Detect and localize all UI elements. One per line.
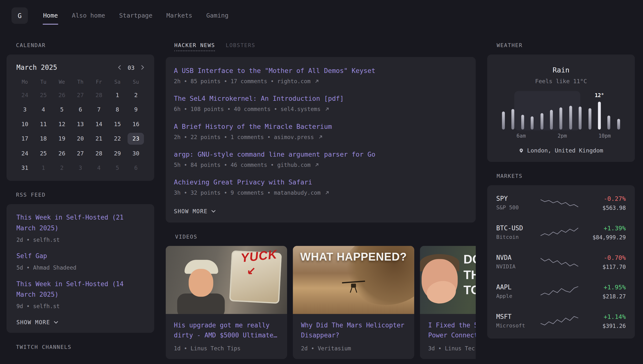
tab-hacker-news[interactable]: HACKER NEWS (174, 42, 215, 51)
weather-location: London, United Kingdom (496, 147, 626, 154)
weather-bar (588, 95, 591, 130)
market-price: $117.70 (583, 263, 626, 270)
rss-item-link[interactable]: Self Gap (16, 251, 144, 262)
calendar-day: 25 (34, 146, 53, 160)
market-change: +1.14% (583, 313, 626, 320)
calendar-day: 3 (16, 102, 34, 117)
nav-tab-also-home[interactable]: Also home (72, 10, 106, 21)
market-name: NVIDIA (496, 264, 539, 270)
weather-time-axis: 6am2pm10pm (499, 133, 623, 140)
news-show-more-button[interactable]: SHOW MORE (174, 206, 466, 214)
story-meta: 3h • 32 points • 9 comments • matanabudy… (174, 189, 466, 196)
market-row[interactable]: BTC-USD Bitcoin +1.39% $84,999.29 (496, 218, 626, 247)
market-name: S&P 500 (496, 204, 539, 210)
story-title-link[interactable]: A Brief History of the Miracle Bacterium (174, 122, 466, 130)
video-title-link[interactable]: Why Did The Mars Helicopter Disappear? (293, 314, 414, 340)
video-title-link[interactable]: His upgrade got me really dirty - AMD $5… (166, 314, 287, 340)
calendar-day: 27 (71, 146, 90, 160)
weather-bar (607, 95, 610, 130)
external-link-icon (325, 191, 329, 195)
market-name: Apple (496, 293, 539, 299)
tab-lobsters[interactable]: LOBSTERS (226, 42, 255, 50)
nav-tab-gaming[interactable]: Gaming (206, 10, 229, 21)
market-row[interactable]: AAPL Apple +1.95% $218.27 (496, 277, 626, 306)
left-column: CALENDAR March 2025 03 MoTuWeThFrSaSu 24… (7, 31, 154, 356)
calendar-prev-button[interactable] (118, 65, 121, 70)
weather-bars: 12° (499, 95, 623, 130)
weather-condition: Rain (496, 66, 626, 74)
thumbnail-overlay-text: DO TH TO (463, 252, 475, 298)
nav-tab-startpage[interactable]: Startpage (119, 10, 153, 21)
calendar-day: 20 (71, 131, 90, 146)
video-card[interactable]: YUCK His upgrade got me really dirty - A… (166, 246, 287, 359)
markets-section-label: MARKETS (496, 173, 635, 179)
market-change: -0.27% (583, 195, 626, 202)
story-title-link[interactable]: A USB Interface to the "Mother of All De… (174, 67, 466, 75)
story-title-link[interactable]: The SeL4 Microkernel: An Introduction [p… (174, 95, 466, 102)
market-row[interactable]: MSFT Microsoft +1.14% $391.26 (496, 306, 626, 336)
rss-section-label: RSS FEED (16, 192, 154, 198)
video-thumbnail[interactable]: DO TH TO (420, 246, 475, 314)
markets-widget: SPY S&P 500 -0.27% $563.98 BTC-USD Bitco… (487, 185, 635, 338)
calendar-day: 28 (90, 88, 108, 102)
story-source-link[interactable]: matanabudy.com (274, 189, 329, 196)
video-thumbnail[interactable]: YUCK (166, 246, 287, 314)
market-sparkline (540, 196, 578, 210)
calendar-day: 5 (108, 160, 127, 175)
market-symbol: BTC-USD (496, 225, 539, 232)
calendar-controls: 03 (118, 64, 144, 71)
right-column: WEATHER Rain Feels like 11°C 12° 6am2pm1… (487, 31, 635, 339)
video-card[interactable]: WHAT HAPPENED? Why Did The Mars Helicopt… (293, 246, 414, 359)
market-sparkline (540, 256, 578, 268)
calendar-day: 5 (53, 102, 71, 117)
market-values: +1.14% $391.26 (583, 313, 626, 329)
nav-tab-home[interactable]: Home (43, 10, 58, 21)
calendar-weekday: Mo (16, 76, 34, 88)
glance-dashboard: G HomeAlso homeStartpageMarketsGaming CA… (0, 0, 643, 364)
calendar-day: 21 (90, 131, 108, 146)
rss-item-link[interactable]: This Week in Self-Hosted (14 March 2025) (16, 279, 144, 300)
video-title-link[interactable]: I Fixed the 5 Power Connect (420, 314, 475, 340)
story-title-link[interactable]: Achieving Great Privacy with Safari (174, 178, 466, 186)
calendar-day: 24 (16, 146, 34, 160)
top-nav: G HomeAlso homeStartpageMarketsGaming (0, 0, 643, 31)
calendar-next-button[interactable] (141, 65, 144, 70)
calendar-day: 12 (53, 117, 71, 132)
calendar-day: 14 (90, 117, 108, 132)
hacker-news-widget: A USB Interface to the "Mother of All De… (166, 57, 476, 223)
rss-item-link[interactable]: This Week in Self-Hosted (21 March 2025) (16, 212, 144, 234)
market-symbol: MSFT (496, 313, 539, 320)
dashboard-columns: CALENDAR March 2025 03 MoTuWeThFrSaSu 24… (0, 31, 643, 359)
video-card[interactable]: DO TH TO I Fixed the 5 Power Connect 3d … (420, 246, 475, 359)
video-thumbnail[interactable]: WHAT HAPPENED? (293, 246, 414, 314)
weather-bar (617, 95, 620, 130)
weather-bar (550, 95, 553, 130)
story-source-link[interactable]: righto.com (277, 78, 319, 84)
story-source-link[interactable]: sel4.systems (281, 106, 329, 112)
face-image (189, 269, 213, 297)
market-change: +1.95% (583, 284, 626, 291)
weather-bar (579, 95, 582, 130)
market-row[interactable]: NVDA NVIDIA -0.70% $117.70 (496, 247, 626, 277)
calendar-weekday: Fr (90, 76, 108, 88)
weather-time-label: 6am (516, 133, 526, 139)
weather-bar (540, 95, 543, 130)
calendar-day: 15 (108, 117, 127, 132)
calendar-month-number: 03 (128, 64, 135, 71)
app-logo[interactable]: G (12, 7, 28, 24)
nav-tab-markets[interactable]: Markets (166, 10, 193, 21)
weather-bar (512, 95, 515, 130)
rss-item: Self Gap 5d • Ahmad Shadeed (16, 251, 144, 271)
story-source-link[interactable]: asimov.press (274, 134, 322, 140)
mars-helicopter-image (340, 278, 367, 295)
market-row[interactable]: SPY S&P 500 -0.27% $563.98 (496, 188, 626, 218)
market-change: +1.39% (583, 224, 626, 232)
market-values: +1.95% $218.27 (583, 284, 626, 300)
story-title-link[interactable]: argp: GNU-style command line argument pa… (174, 150, 466, 158)
video-meta: 1d • Linus Tech Tips (166, 340, 287, 359)
calendar-day: 4 (90, 160, 108, 175)
calendar-day: 18 (34, 131, 53, 146)
rss-show-more-button[interactable]: SHOW MORE (16, 318, 144, 326)
story-source-link[interactable]: github.com (277, 162, 319, 168)
calendar-day-current: 23 (127, 131, 145, 146)
